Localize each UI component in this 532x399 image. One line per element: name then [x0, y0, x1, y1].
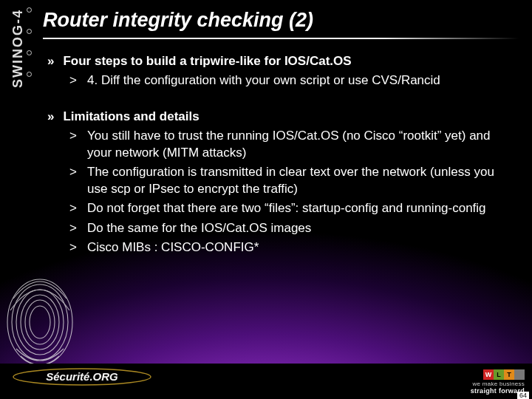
bullet-item: > You still have to trust the running IO…: [69, 128, 513, 161]
badge-square-w: W: [483, 369, 494, 380]
bullet-heading: » Limitations and details: [47, 109, 513, 125]
bullet-marker-l2: >: [69, 72, 80, 89]
slide-content: » Four steps to build a tripwire-like fo…: [47, 53, 513, 275]
bullet-marker-l1: »: [47, 53, 54, 69]
bullet-heading-text: Four steps to build a tripwire-like for …: [63, 53, 351, 69]
bullet-item-text: 4. Diff the configuration with your own …: [87, 72, 513, 89]
bullet-item: > The configuration is transmitted in cl…: [69, 164, 513, 197]
section-1: » Four steps to build a tripwire-like fo…: [47, 53, 513, 89]
bullet-item-text: The configuration is transmitted in clea…: [87, 164, 513, 197]
footer-badge: W L T we make business straight forward: [471, 369, 525, 395]
svg-point-3: [21, 295, 59, 349]
svg-point-5: [30, 306, 50, 338]
footer-logo: Sécurité.ORG: [12, 368, 152, 386]
decorative-dots: [27, 7, 32, 77]
bullet-marker-l2: >: [69, 239, 80, 256]
footer-bar: Sécurité.ORG W L T we make business stra…: [0, 364, 532, 399]
bullet-item: > Do not forget that there are two “file…: [69, 200, 513, 216]
badge-squares: W L T: [471, 369, 525, 380]
bullet-item-text: Do the same for the IOS/Cat.OS images: [87, 220, 513, 236]
svg-point-0: [7, 279, 72, 365]
bullet-marker-l2: >: [69, 128, 80, 161]
badge-square-blank: [514, 369, 525, 380]
fingerprint-icon: [0, 262, 84, 372]
bullet-item-text: Cisco MIBs : CISCO-CONFIG*: [87, 239, 513, 256]
title-underline: [43, 38, 519, 39]
event-label: SWINOG-4: [10, 9, 26, 88]
bullet-heading-text: Limitations and details: [63, 109, 199, 125]
slide-title: Router integrity checking (2): [43, 9, 519, 36]
bullet-marker-l2: >: [69, 220, 80, 236]
section-2: » Limitations and details > You still ha…: [47, 109, 513, 256]
bullet-heading: » Four steps to build a tripwire-like fo…: [47, 53, 513, 69]
title-area: Router integrity checking (2): [43, 9, 519, 39]
badge-square-t: T: [504, 369, 514, 380]
footer-logo-text: Sécurité.ORG: [46, 370, 118, 383]
bullet-marker-l2: >: [69, 200, 80, 216]
page-number: 64: [517, 392, 529, 399]
svg-point-2: [16, 290, 64, 355]
bullet-marker-l2: >: [69, 164, 80, 197]
bullet-item-text: You still have to trust the running IOS/…: [87, 128, 513, 161]
badge-square-l: L: [494, 369, 504, 380]
tagline-small: we make business: [471, 381, 525, 387]
bullet-marker-l1: »: [47, 109, 54, 125]
svg-point-1: [12, 284, 68, 360]
bullet-item: > Do the same for the IOS/Cat.OS images: [69, 220, 513, 236]
bullet-item: > Cisco MIBs : CISCO-CONFIG*: [69, 239, 513, 256]
bullet-item-text: Do not forget that there are two “files”…: [87, 200, 513, 216]
bullet-item: > 4. Diff the configuration with your ow…: [69, 72, 513, 89]
